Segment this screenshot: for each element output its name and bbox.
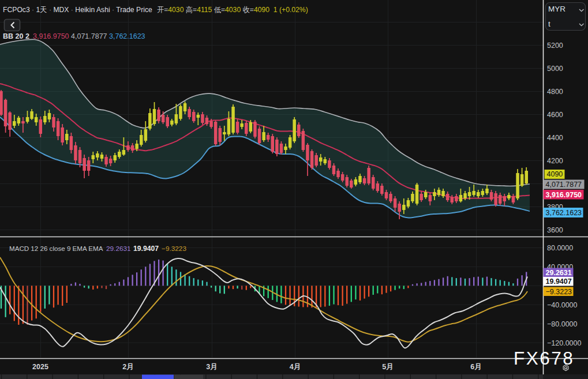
svg-text:29.2631: 29.2631 [106,245,131,253]
svg-text:3600: 3600 [547,226,563,234]
svg-text:4600: 4600 [547,111,563,119]
svg-text:MACD 12 26 close 9 EMA EMA: MACD 12 26 close 9 EMA EMA [9,245,103,252]
svg-text:3,762.1623: 3,762.1623 [109,32,145,40]
svg-text:4,071.7877: 4,071.7877 [546,181,582,189]
svg-text:3,916.9750: 3,916.9750 [33,32,69,40]
svg-text:2月: 2月 [122,363,133,371]
svg-text:5000: 5000 [547,65,563,73]
svg-text:−9.3223: −9.3223 [162,245,186,253]
svg-text:开=4030 高=4115 低=4030 收=4090 1: 开=4030 高=4115 低=4030 收=4090 1 (+0.02%) [157,6,308,14]
svg-text:4,071.7877: 4,071.7877 [71,32,107,40]
svg-text:−120.0000: −120.0000 [547,339,581,347]
svg-text:5月: 5月 [382,363,393,371]
svg-text:4200: 4200 [547,157,563,165]
svg-text:FCPOc3 · 1天 · MDX · Heikin Ash: FCPOc3 · 1天 · MDX · Heikin Ashi · Trade … [3,6,152,14]
svg-text:−40.0000: −40.0000 [547,301,578,309]
svg-text:BB 20 2: BB 20 2 [3,32,29,40]
svg-text:6月: 6月 [470,363,481,371]
svg-text:5200: 5200 [547,42,563,50]
svg-text:t: t [548,20,550,28]
svg-text:29.2631: 29.2631 [546,269,572,277]
svg-text:80.0000: 80.0000 [547,244,573,252]
svg-text:4400: 4400 [547,134,563,142]
svg-text:4月: 4月 [290,363,301,371]
svg-text:2025: 2025 [32,363,48,371]
svg-text:−9.3223: −9.3223 [546,288,572,296]
svg-text:4090: 4090 [547,170,563,178]
svg-text:3,916.9750: 3,916.9750 [546,191,582,199]
svg-text:−80.0000: −80.0000 [547,320,578,328]
svg-text:19.9407: 19.9407 [133,245,159,253]
svg-text:3,762.1623: 3,762.1623 [546,209,582,217]
svg-text:3月: 3月 [206,363,217,371]
svg-text:MYR: MYR [548,5,565,13]
svg-text:4800: 4800 [547,88,563,96]
svg-text:19.9407: 19.9407 [546,277,572,286]
